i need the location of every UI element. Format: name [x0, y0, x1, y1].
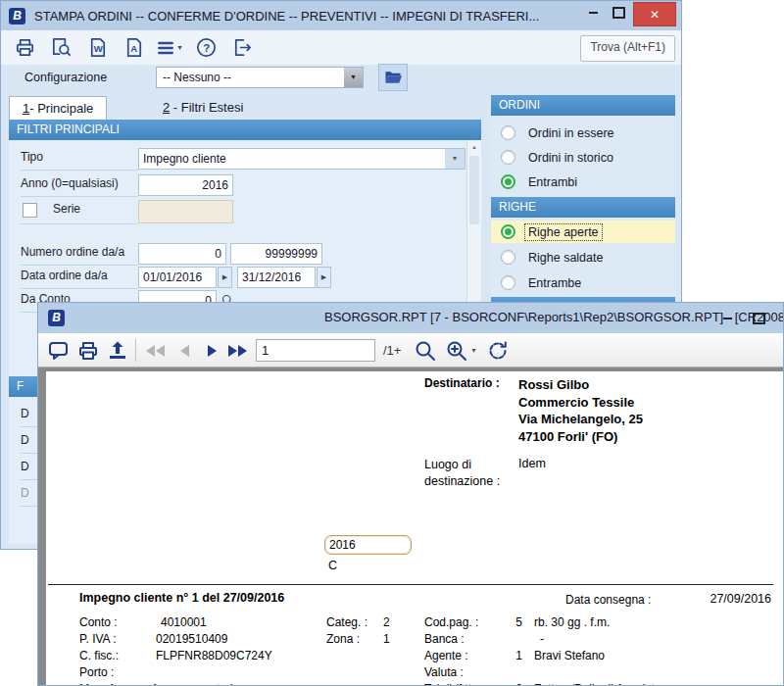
tipo-label: Tipo — [21, 150, 138, 171]
radio-icon[interactable] — [501, 250, 515, 265]
zoom-caret-icon[interactable]: ▼ — [470, 347, 477, 354]
luogo-destinazione-label: Luogo di destinazione : — [424, 457, 500, 490]
tab-filtri-estesi[interactable]: 2 - Filtri Estesi — [150, 96, 256, 120]
exit-button[interactable] — [228, 34, 256, 62]
data-a-picker-button[interactable]: ▶ — [317, 267, 331, 288]
radio-selected-icon[interactable] — [501, 224, 515, 239]
comment-button[interactable] — [46, 338, 72, 364]
radio-icon[interactable] — [501, 125, 515, 140]
chevron-down-icon[interactable]: ▼ — [445, 149, 465, 169]
detail-value: Bravi Stefano — [534, 649, 605, 662]
next-page-icon — [208, 345, 217, 357]
page-number-input[interactable]: 1 — [256, 339, 375, 362]
radio-icon[interactable] — [501, 150, 515, 165]
radio-label: Entrambi — [528, 175, 577, 189]
close-button[interactable]: ✕ — [633, 2, 676, 26]
trova-button[interactable]: Trova (Alt+F1) — [580, 35, 675, 62]
detail-num: 5 — [507, 615, 522, 629]
search-button[interactable] — [413, 338, 438, 364]
radio-selected-icon[interactable] — [501, 174, 515, 189]
help-button[interactable]: ? — [192, 34, 220, 62]
report-toolbar: 1 /1+ ▼ — [38, 333, 783, 368]
first-page-button[interactable] — [142, 338, 168, 364]
report-logo-icon: B — [48, 310, 65, 326]
radio-label: Ordini in storico — [528, 151, 613, 165]
radio-icon[interactable] — [501, 275, 515, 290]
window-title: STAMPA ORDINI -- CONFERME D'ORDINE -- PR… — [34, 9, 580, 24]
radio-righe-saldate[interactable]: Righe saldate — [491, 246, 675, 269]
report-maximize-button[interactable] — [746, 308, 771, 329]
detail-label: Mag. 1 — [79, 682, 116, 686]
data-ordine-label: Data ordine da/a — [21, 269, 138, 289]
scrollbar-thumb[interactable] — [469, 156, 479, 224]
help-icon: ? — [195, 36, 218, 59]
print-button[interactable] — [11, 34, 38, 62]
configurazione-select[interactable]: -- Nessuno -- ▼ — [156, 67, 364, 88]
tipo-select[interactable]: Impegno cliente ▼ — [138, 148, 466, 170]
open-configuration-button[interactable] — [378, 64, 408, 91]
minimize-button[interactable] — [580, 2, 606, 24]
data-a-input[interactable]: 31/12/2016 — [237, 267, 316, 288]
print-preview-icon — [50, 36, 73, 59]
chevron-down-icon[interactable]: ▼ — [344, 68, 363, 87]
refresh-icon — [486, 339, 510, 363]
serie-input-disabled — [138, 200, 233, 223]
report-viewer-window: B BSORGSOR.RPT [7 - BSORCONF\Reports1\Re… — [37, 302, 784, 686]
data-da-input[interactable]: 01/01/2016 — [138, 267, 217, 288]
export-button[interactable] — [105, 338, 130, 364]
data-da-picker-button[interactable]: ▶ — [218, 267, 232, 288]
year-parameter-field[interactable]: 2016 — [324, 535, 412, 555]
numero-a-input[interactable]: 99999999 — [230, 243, 322, 265]
exit-door-icon — [231, 36, 254, 59]
pdf-document-icon: A — [122, 36, 145, 59]
scrollbar-up-icon[interactable]: ▲ — [467, 140, 481, 154]
report-title-bar[interactable]: B BSORGSOR.RPT [7 - BSORCONF\Reports1\Re… — [38, 303, 783, 333]
detail-value: 02019510409 — [156, 632, 227, 646]
detail-label: Valuta : — [424, 665, 464, 679]
zoom-button[interactable] — [444, 338, 469, 364]
refresh-button[interactable] — [485, 338, 511, 364]
luogo-destinazione-value: Idem — [518, 457, 546, 470]
data-consegna-label: Data consegna : — [565, 593, 651, 607]
maximize-button[interactable] — [606, 2, 631, 24]
detail-label: Cod.pag. : — [424, 615, 478, 629]
detail-value: FLPFNR88D09C724Y — [156, 649, 272, 662]
configurazione-value: -- Nessuno -- — [163, 71, 231, 84]
detail-label: Conto : — [79, 615, 118, 629]
detail-value: Fattura/Bolla di Acquisto — [534, 682, 661, 686]
radio-label: Righe aperte — [525, 224, 602, 240]
radio-ordini-in-essere[interactable]: Ordini in essere — [491, 122, 675, 144]
last-page-button[interactable] — [224, 338, 250, 364]
detail-label: P. IVA : — [79, 632, 117, 646]
destinatario-line: Via Michelangelo, 25 — [518, 411, 643, 428]
serie-label: Serie — [53, 202, 80, 216]
serie-parameter-value: C — [328, 559, 337, 572]
detail-label: T. b.ll./f.tt. : — [424, 682, 481, 686]
report-minimize-button[interactable] — [714, 308, 740, 329]
tab-principale[interactable]: 1- Principale — [9, 96, 107, 121]
radio-entrambe[interactable]: Entrambe — [491, 271, 675, 294]
radio-righe-aperte[interactable]: Righe aperte — [491, 220, 675, 243]
last-page-icon — [228, 345, 237, 357]
previous-page-button[interactable] — [172, 338, 197, 364]
next-page-button[interactable] — [199, 338, 224, 364]
destinatario-line: Commercio Tessile — [518, 394, 643, 412]
anno-input[interactable]: 2016 — [138, 174, 233, 196]
minimize-icon — [589, 12, 598, 14]
report-print-button[interactable] — [75, 338, 101, 364]
hamburger-menu-icon — [156, 38, 175, 58]
toolbar-separator — [135, 339, 136, 362]
folder-icon — [383, 68, 403, 87]
window-controls: ✕ — [580, 0, 681, 31]
export-pdf-button[interactable]: A — [120, 34, 147, 62]
main-toolbar: W A ▼ ? — [1, 30, 681, 65]
detail-num: 2 — [507, 682, 522, 686]
print-preview-button[interactable] — [47, 34, 74, 62]
radio-ordini-in-storico[interactable]: Ordini in storico — [491, 146, 675, 169]
numero-da-input[interactable]: 0 — [138, 243, 226, 265]
menu-button[interactable]: ▼ — [156, 34, 183, 62]
svg-text:W: W — [93, 43, 103, 54]
radio-entrambi[interactable]: Entrambi — [491, 171, 675, 193]
title-bar[interactable]: B STAMPA ORDINI -- CONFERME D'ORDINE -- … — [1, 1, 681, 30]
export-word-button[interactable]: W — [83, 34, 111, 62]
